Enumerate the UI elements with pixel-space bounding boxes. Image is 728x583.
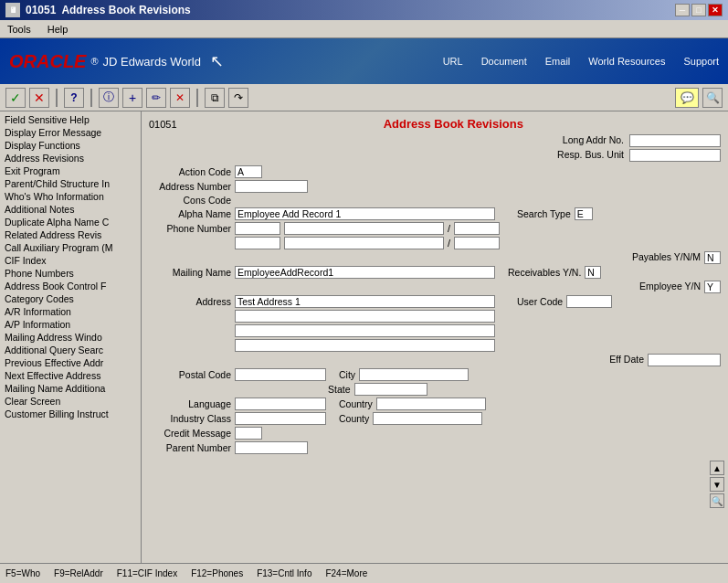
sidebar-item-field-sensitive-help[interactable]: Field Sensitive Help [0,113,141,126]
fkey-f12[interactable]: F12=Phones [191,568,243,578]
address-number-input[interactable] [235,180,308,193]
sidebar-item-call-auxiliary[interactable]: Call Auxiliary Program (M [0,241,141,254]
language-label: Language [149,398,231,409]
phone-area2-input[interactable] [235,237,280,249]
toolbar-add-button[interactable]: + [122,88,142,108]
fkey-f24[interactable]: F24=More [325,568,367,578]
toolbar-search-button[interactable]: 🔍 [702,88,723,108]
receivables-input[interactable] [585,266,601,279]
toolbar-info-button[interactable]: ⓘ [99,88,119,108]
toolbar-paste-button[interactable]: ↷ [228,88,248,108]
address2-input[interactable] [235,310,495,323]
address4-input[interactable] [235,339,495,352]
nav-email[interactable]: Email [545,56,571,67]
cons-code-row: Cons Code [149,195,721,206]
phone-area-input[interactable] [235,222,280,235]
nav-world-resources[interactable]: World Resources [588,56,665,67]
parent-number-input[interactable] [235,441,308,454]
sidebar-item-ap-info[interactable]: A/P Information [0,318,141,331]
fkey-f13[interactable]: F13=Cntl Info [257,568,311,578]
industry-class-input[interactable] [235,412,326,425]
menu-tools[interactable]: Tools [4,23,35,36]
toolbar-separator-1 [56,89,58,107]
toolbar-delete-button[interactable]: ✕ [170,88,190,108]
postal-code-input[interactable] [235,368,326,381]
action-code-input[interactable] [235,165,262,178]
sidebar-item-display-functions[interactable]: Display Functions [0,139,141,152]
payables-label: Payables Y/N/M [632,251,701,264]
sidebar-item-exit-program[interactable]: Exit Program [0,164,141,177]
address1-input[interactable] [235,295,495,308]
nav-support[interactable]: Support [683,56,719,67]
phone-main2-input[interactable] [284,237,444,249]
sidebar-item-mailing-address[interactable]: Mailing Address Windo [0,331,141,344]
sidebar-item-clear-screen[interactable]: Clear Screen [0,395,141,408]
sidebar-item-customer-billing[interactable]: Customer Billing Instruct [0,408,141,420]
city-input[interactable] [359,368,469,381]
sidebar-item-additional-notes[interactable]: Additional Notes [0,203,141,216]
alpha-name-input[interactable] [235,207,495,220]
window-id: 01051 [26,4,56,16]
resp-bus-input[interactable] [629,149,721,162]
close-button[interactable]: ✕ [708,4,723,16]
fkey-f5[interactable]: F5=Who [5,568,40,578]
sidebar-item-address-revisions[interactable]: Address Revisions [0,152,141,164]
nav-document[interactable]: Document [481,56,527,67]
payables-input[interactable] [704,251,721,264]
mailing-name-label: Mailing Name [149,267,231,278]
phone-main-input[interactable] [284,222,444,235]
scroll-down-button[interactable]: ▼ [710,477,724,492]
fkey-f11[interactable]: F11=CIF Index [117,568,177,578]
toolbar-separator-2 [90,89,92,107]
toolbar-edit-button[interactable]: ✏ [146,88,166,108]
sidebar: Field Sensitive Help Display Error Messa… [0,111,142,563]
eff-date-input[interactable] [648,354,721,366]
sidebar-item-prev-effective[interactable]: Previous Effective Addr [0,356,141,369]
sidebar-item-category-codes[interactable]: Category Codes [0,292,141,305]
sidebar-item-mailing-name[interactable]: Mailing Name Additiona [0,382,141,395]
sidebar-item-next-effective[interactable]: Next Effective Address [0,369,141,382]
county-input[interactable] [373,412,482,425]
country-input[interactable] [376,398,486,410]
user-code-input[interactable] [566,295,612,308]
toolbar-cancel-button[interactable]: ✕ [29,88,49,108]
eff-date-label: Eff Date [609,354,644,366]
language-input[interactable] [235,398,326,410]
sidebar-item-display-error-message[interactable]: Display Error Message [0,126,141,139]
mailing-name-input[interactable] [235,266,495,279]
employee-yn-label: Employee Y/N [639,281,701,293]
long-addr-input[interactable] [629,134,721,147]
phone-ext2-input[interactable] [454,237,500,249]
fkey-f9[interactable]: F9=RelAddr [54,568,103,578]
sidebar-item-whos-who[interactable]: Who's Who Information [0,190,141,203]
toolbar-help-button[interactable]: ? [64,88,84,108]
toolbar-chat-button[interactable]: 💬 [675,88,699,108]
credit-message-input[interactable] [235,427,262,440]
toolbar-check-button[interactable]: ✓ [5,88,26,108]
phone-ext-input[interactable] [454,222,500,235]
sidebar-item-duplicate-alpha[interactable]: Duplicate Alpha Name C [0,216,141,228]
nav-url[interactable]: URL [443,56,463,67]
scroll-zoom-button[interactable]: 🔍 [710,493,724,508]
sidebar-item-parent-child[interactable]: Parent/Child Structure In [0,177,141,190]
scroll-up-button[interactable]: ▲ [710,461,724,475]
sidebar-item-cif-index[interactable]: CIF Index [0,254,141,267]
toolbar-copy-button[interactable]: ⧉ [205,88,225,108]
menu-help[interactable]: Help [44,23,72,36]
sidebar-item-ar-info[interactable]: A/R Information [0,305,141,318]
maximize-button[interactable]: □ [691,4,706,16]
sidebar-item-related-address[interactable]: Related Address Revis [0,228,141,241]
title-bar: 🖥 01051 Address Book Revisions ─ □ ✕ [0,0,728,20]
minimize-button[interactable]: ─ [675,4,690,16]
employee-yn-input[interactable] [704,281,721,293]
address-number-label: Address Number [149,181,231,192]
address3-input[interactable] [235,324,495,337]
sidebar-item-phone-numbers[interactable]: Phone Numbers [0,267,141,280]
state-input[interactable] [354,383,427,396]
user-code-label: User Code [517,296,563,307]
header-nav: URL Document Email World Resources Suppo… [443,56,719,67]
alpha-name-row: Alpha Name Search Type [149,207,721,220]
search-type-input[interactable] [575,207,593,220]
sidebar-item-address-book-control[interactable]: Address Book Control F [0,280,141,292]
sidebar-item-additional-query[interactable]: Additional Query Searc [0,344,141,356]
